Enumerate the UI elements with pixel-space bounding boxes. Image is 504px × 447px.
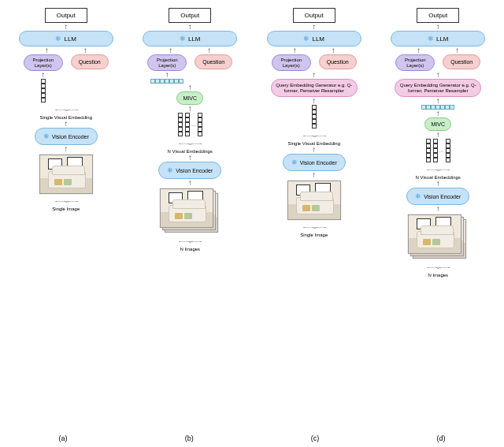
- vision-encoder-label: Vision Encoder: [52, 134, 89, 140]
- snowflake-icon: ❄: [428, 35, 434, 43]
- arrow-icon: ↑: [312, 24, 316, 30]
- variant-label-a: (a): [59, 434, 68, 442]
- brace-icon: ⏟: [427, 262, 449, 268]
- vision-encoder-label: Vision Encoder: [424, 194, 461, 199]
- query-embedding-generator: Query Embedding Generator e.g. Q-former,…: [271, 79, 358, 97]
- arrow-icon: ↑: [293, 47, 297, 54]
- arrow-icon: ↑: [41, 72, 45, 78]
- snowflake-icon: ❄: [43, 132, 50, 140]
- llm-label: LLM: [436, 35, 449, 43]
- output-box: Output: [45, 8, 87, 23]
- arrow-icon: ↑: [436, 24, 440, 30]
- diagram-canvas: Output ↑ ❄ LLM ↑ ↑ Projection Layer(s) ↑…: [0, 0, 504, 278]
- arrow-icon: ↑: [332, 47, 335, 54]
- arrow-icon: ↑: [436, 132, 440, 138]
- snowflake-icon: ❄: [291, 158, 298, 166]
- arrow-icon: ↑: [417, 47, 421, 54]
- image-input: [287, 181, 341, 220]
- arrow-row: ↑ ↑: [169, 47, 211, 54]
- projection-block: Projection Layer(s): [395, 54, 435, 71]
- arrow-icon: ↑: [188, 106, 192, 112]
- vision-encoder-label: Vision Encoder: [176, 168, 213, 173]
- arrow-icon: ↑: [169, 47, 172, 54]
- arrow-icon: ↑: [188, 180, 192, 186]
- variant-label-d: (d): [436, 434, 445, 442]
- variant-labels-row: (a) (b) (c) (d): [0, 434, 504, 442]
- question-block: Question: [71, 54, 109, 69]
- arrow-icon: ↑: [83, 47, 87, 54]
- output-box: Output: [293, 8, 335, 23]
- proj-question-row: Projection Layer(s) Question: [272, 54, 357, 71]
- llm-label: LLM: [312, 35, 324, 43]
- arrow-icon: ↑: [455, 47, 459, 54]
- image-stack: [408, 214, 468, 260]
- question-block: Question: [443, 54, 480, 69]
- variant-a: Output ↑ ❄ LLM ↑ ↑ Projection Layer(s) ↑…: [5, 8, 127, 278]
- embedding-vertical: [312, 105, 317, 129]
- image-caption: Single Image: [300, 233, 328, 237]
- mivc-block: MIVC: [424, 117, 451, 131]
- image-caption: Single Image: [52, 207, 80, 211]
- llm-block: ❄ LLM: [391, 31, 485, 47]
- arrow-icon: ↑: [436, 98, 440, 104]
- arrow-icon: ↑: [64, 121, 68, 127]
- brace-icon: ⏟: [55, 104, 77, 110]
- arrow-icon: ↑: [436, 181, 440, 187]
- ellipsis-icon: …: [439, 148, 444, 153]
- llm-label: LLM: [188, 35, 201, 43]
- brace-icon: ⏟: [179, 236, 201, 242]
- variant-label-b: (b): [185, 434, 194, 442]
- arrow-icon: ↑: [188, 84, 192, 91]
- llm-block: ❄ LLM: [143, 31, 237, 47]
- embedding-horizontal: [150, 79, 183, 84]
- output-box: Output: [417, 8, 459, 23]
- brace-icon: ⏟: [55, 196, 77, 202]
- proj-question-row: Projection Layer(s) Question: [395, 54, 480, 71]
- arrow-row: ↑ ↑: [45, 47, 87, 54]
- llm-label: LLM: [64, 35, 76, 43]
- brace-icon: ⏟: [303, 130, 325, 136]
- arrow-icon: ↑: [312, 98, 316, 104]
- arrow-icon: ↑: [436, 72, 440, 78]
- ellipsis-icon: …: [191, 122, 196, 127]
- embedding-vertical: [41, 79, 46, 102]
- arrow-icon: ↑: [188, 24, 192, 30]
- snowflake-icon: ❄: [303, 35, 309, 43]
- brace-icon: ⏟: [179, 138, 201, 144]
- vision-encoder-block: ❄ Vision Encoder: [406, 188, 469, 205]
- variant-d: Output ↑ ❄ LLM ↑ ↑ Projection Layer(s) Q…: [377, 8, 499, 278]
- vision-encoder-block: ❄ Vision Encoder: [283, 154, 346, 171]
- output-box: Output: [169, 8, 211, 23]
- projection-block: Projection Layer(s): [272, 54, 311, 71]
- arrow-icon: ↑: [64, 146, 68, 152]
- snowflake-icon: ❄: [180, 35, 186, 43]
- vision-encoder-block: ❄ Vision Encoder: [158, 162, 221, 179]
- proj-question-row: Projection Layer(s) ↑ Question: [147, 54, 232, 84]
- vision-encoder-label: Vision Encoder: [300, 160, 337, 166]
- arrow-icon: ↑: [436, 110, 440, 117]
- arrow-row: ↑ ↑: [417, 47, 459, 54]
- image-stack: [160, 188, 220, 234]
- projection-block: Projection Layer(s): [24, 54, 63, 71]
- arrow-icon: ↑: [45, 47, 49, 54]
- variant-c: Output ↑ ❄ LLM ↑ ↑ Projection Layer(s) Q…: [253, 8, 375, 278]
- brace-icon: ⏟: [427, 164, 449, 170]
- arrow-icon: ↑: [436, 206, 440, 212]
- mivc-block: MIVC: [176, 91, 203, 105]
- arrow-icon: ↑: [64, 24, 68, 30]
- arrow-icon: ↑: [207, 47, 211, 54]
- image-input: [39, 155, 93, 194]
- question-block: Question: [195, 54, 232, 69]
- snowflake-icon: ❄: [167, 166, 173, 174]
- snowflake-icon: ❄: [55, 35, 61, 43]
- arrow-icon: ↑: [312, 147, 316, 153]
- snowflake-icon: ❄: [415, 192, 421, 200]
- image-caption: N Images: [180, 247, 200, 251]
- n-embeddings-row: …: [178, 113, 202, 136]
- arrow-icon: ↑: [312, 172, 316, 178]
- brace-icon: ⏟: [303, 222, 325, 228]
- n-embeddings-row: …: [426, 139, 450, 162]
- arrow-icon: ↑: [312, 72, 316, 78]
- query-embedding-generator: Query Embedding Generator e.g. Q-former,…: [395, 79, 481, 97]
- question-block: Question: [319, 54, 357, 69]
